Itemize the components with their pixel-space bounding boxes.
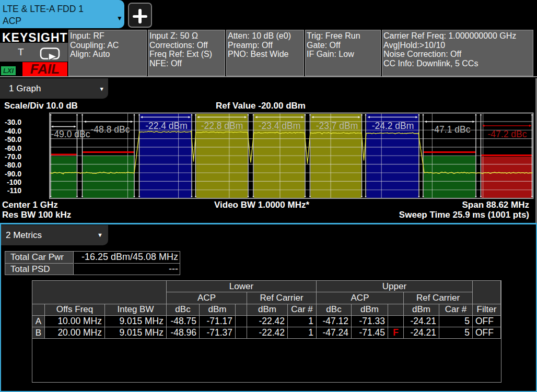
svg-text:-48.8 dBc: -48.8 dBc bbox=[91, 124, 130, 135]
svg-text:-23.4 dBm: -23.4 dBm bbox=[259, 121, 301, 131]
svg-text:-22.8 dBm: -22.8 dBm bbox=[201, 121, 243, 131]
svg-text:-24.2 dBm: -24.2 dBm bbox=[372, 121, 414, 131]
svg-text:-47.2 dBc: -47.2 dBc bbox=[488, 129, 527, 139]
svg-text:-49.0 dBc: -49.0 dBc bbox=[51, 129, 90, 139]
svg-text:-22.4 dBm: -22.4 dBm bbox=[145, 121, 188, 131]
svg-text:-23.7 dBm: -23.7 dBm bbox=[316, 121, 358, 131]
svg-text:-47.1 dBc: -47.1 dBc bbox=[431, 124, 471, 135]
